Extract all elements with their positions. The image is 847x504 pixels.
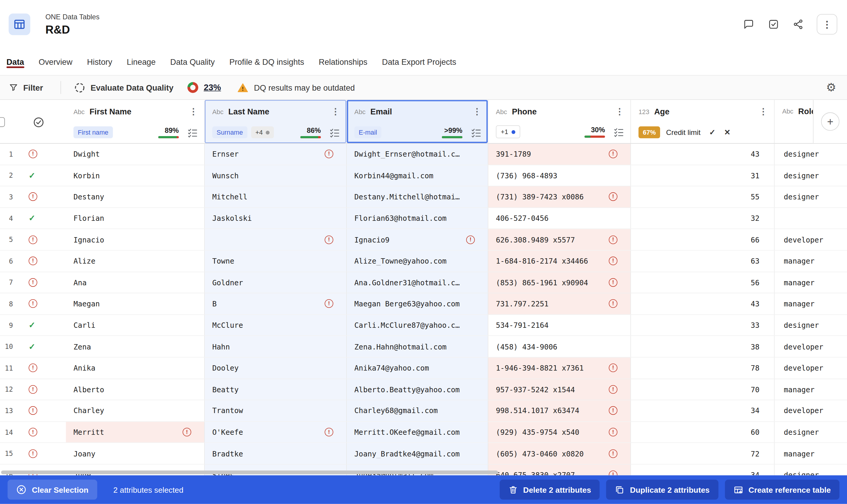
last-name-cell[interactable]: Mitchell [204, 186, 346, 207]
share-icon[interactable] [792, 18, 805, 31]
more-terms-chip[interactable]: +1 [496, 125, 520, 139]
add-attribute-button[interactable]: + [821, 112, 840, 131]
last-name-cell[interactable]: O'Keefe! [204, 422, 346, 443]
role-cell[interactable]: designer [774, 165, 847, 186]
scrollbar-thumb[interactable] [1, 470, 498, 474]
tab-relationships[interactable]: Relationships [319, 49, 367, 75]
first-name-cell[interactable]: Zena [66, 336, 204, 357]
last-name-cell[interactable]: Wunsch [204, 165, 346, 186]
age-cell[interactable]: 31 [630, 165, 774, 186]
column-header-email[interactable]: Abc Email ⋮ E-mail >99% [346, 100, 488, 143]
dq-checks-icon[interactable] [471, 127, 482, 138]
dq-checks-icon[interactable] [614, 127, 624, 137]
phone-cell[interactable]: 957-937-5242 x1544! [488, 379, 630, 400]
email-cell[interactable]: Carli.McClure87@yahoo.c… [346, 315, 488, 336]
age-cell[interactable]: 72 [630, 443, 774, 464]
email-cell[interactable]: Merritt.OKeefe@gmail.com [346, 422, 488, 443]
last-name-cell[interactable]: Trantow [204, 400, 346, 421]
phone-cell[interactable]: 1-946-394-8821 x7361! [488, 358, 630, 378]
last-name-cell[interactable]: Bradtke [204, 443, 346, 464]
phone-cell[interactable]: 391-1789! [488, 144, 630, 164]
email-cell[interactable]: Maegan_Berge63@yahoo.com [346, 293, 488, 314]
age-cell[interactable]: 33 [630, 315, 774, 336]
create-reference-table-button[interactable]: Create reference table [725, 480, 840, 500]
term-chip[interactable]: First name [73, 126, 113, 138]
column-header-first-name[interactable]: Abc First Name ⋮ First name 89% [66, 100, 204, 143]
first-name-cell[interactable]: Korbin [66, 165, 204, 186]
more-terms-chip[interactable]: +4 [251, 126, 274, 138]
email-cell[interactable]: Ana.Goldner31@hotmail.c… [346, 272, 488, 293]
email-cell[interactable]: Zena.Hahn@hotmail.com [346, 336, 488, 357]
column-header-age[interactable]: 123 Age ⋮ 67% Credit limit ✓ ✕ [630, 100, 774, 143]
last-name-cell[interactable]: Dooley [204, 358, 346, 378]
first-name-cell[interactable]: Ignacio [66, 229, 204, 250]
phone-cell[interactable]: (853) 865-1961 x90904! [488, 272, 630, 293]
role-cell[interactable]: developer [774, 336, 847, 357]
role-cell[interactable] [774, 208, 847, 229]
horizontal-scrollbar[interactable] [0, 470, 847, 475]
email-cell[interactable]: Anika74@yahoo.com [346, 358, 488, 378]
email-cell[interactable]: Destany.Mitchell@hotmai… [346, 186, 488, 207]
role-cell[interactable]: manager [774, 272, 847, 293]
age-cell[interactable]: 43 [630, 293, 774, 314]
role-cell[interactable]: developer [774, 358, 847, 378]
term-chip[interactable]: Surname [212, 126, 247, 138]
phone-cell[interactable]: (736) 968-4893 [488, 165, 630, 186]
column-menu-icon[interactable]: ⋮ [186, 106, 198, 117]
role-cell[interactable]: manager [774, 293, 847, 314]
evaluate-dq-button[interactable]: Evaluate Data Quality [74, 82, 173, 93]
first-name-cell[interactable]: Alberto [66, 379, 204, 400]
filter-button[interactable]: Filter [8, 83, 43, 92]
last-name-cell[interactable]: B! [204, 293, 346, 314]
phone-cell[interactable]: 1-684-816-2174 x34466! [488, 251, 630, 271]
age-cell[interactable]: 55 [630, 186, 774, 207]
first-name-cell[interactable]: Dwight [66, 144, 204, 164]
first-name-cell[interactable]: Alize [66, 251, 204, 271]
tab-lineage[interactable]: Lineage [127, 49, 156, 75]
last-name-cell[interactable]: Jaskolski [204, 208, 346, 229]
last-name-cell[interactable]: Towne [204, 251, 346, 271]
last-name-cell[interactable]: ! [204, 229, 346, 250]
term-chip[interactable]: E-mail [354, 126, 381, 138]
phone-cell[interactable]: (929) 435-9754 x540! [488, 422, 630, 443]
role-cell[interactable]: developer [774, 229, 847, 250]
last-name-cell[interactable]: Hahn [204, 336, 346, 357]
email-cell[interactable]: Alize_Towne@yahoo.com [346, 251, 488, 271]
last-name-cell[interactable]: Goldner [204, 272, 346, 293]
phone-cell[interactable]: 406-527-0456 [488, 208, 630, 229]
age-cell[interactable]: 70 [630, 379, 774, 400]
first-name-cell[interactable]: Merritt! [66, 422, 204, 443]
email-cell[interactable]: Ignacio9! [346, 229, 488, 250]
age-cell[interactable]: 66 [630, 229, 774, 250]
column-header-last-name[interactable]: Abc Last Name ⋮ Surname +4 86% [204, 100, 346, 143]
phone-cell[interactable]: 731.797.2251! [488, 293, 630, 314]
email-cell[interactable]: Dwight_Ernser@hotmail.c… [346, 144, 488, 164]
first-name-cell[interactable]: Ana [66, 272, 204, 293]
column-header-phone[interactable]: Abc Phone ⋮ +1 30% [488, 100, 630, 143]
first-name-cell[interactable]: Joany [66, 443, 204, 464]
age-cell[interactable]: 43 [630, 144, 774, 164]
first-name-cell[interactable]: Anika [66, 358, 204, 378]
email-cell[interactable]: Joany_Bradtke4@gmail.com [346, 443, 488, 464]
age-cell[interactable]: 34 [630, 400, 774, 421]
role-cell[interactable]: designer [774, 186, 847, 207]
duplicate-attributes-button[interactable]: Duplicate 2 attributes [606, 480, 718, 500]
delete-attributes-button[interactable]: Delete 2 attributes [499, 480, 600, 500]
age-cell[interactable]: 78 [630, 358, 774, 378]
role-cell[interactable]: designer [774, 422, 847, 443]
role-cell[interactable]: manager [774, 251, 847, 271]
phone-cell[interactable]: 626.308.9489 x5577! [488, 229, 630, 250]
role-cell[interactable]: developer [774, 400, 847, 421]
phone-cell[interactable]: 534-791-2164 [488, 315, 630, 336]
email-cell[interactable]: Florian63@hotmail.com [346, 208, 488, 229]
comments-icon[interactable] [742, 18, 755, 31]
column-menu-icon[interactable]: ⋮ [612, 106, 624, 117]
dq-checks-icon[interactable] [329, 127, 340, 138]
select-column-checkbox[interactable] [0, 117, 5, 127]
accept-term-icon[interactable]: ✓ [709, 128, 715, 137]
email-cell[interactable]: Alberto.Beatty@yahoo.com [346, 379, 488, 400]
select-all-rows-icon[interactable] [26, 106, 59, 138]
phone-cell[interactable]: 998.514.1017 x63474! [488, 400, 630, 421]
role-cell[interactable]: designer [774, 144, 847, 164]
email-cell[interactable]: Korbin44@gmail.com [346, 165, 488, 186]
